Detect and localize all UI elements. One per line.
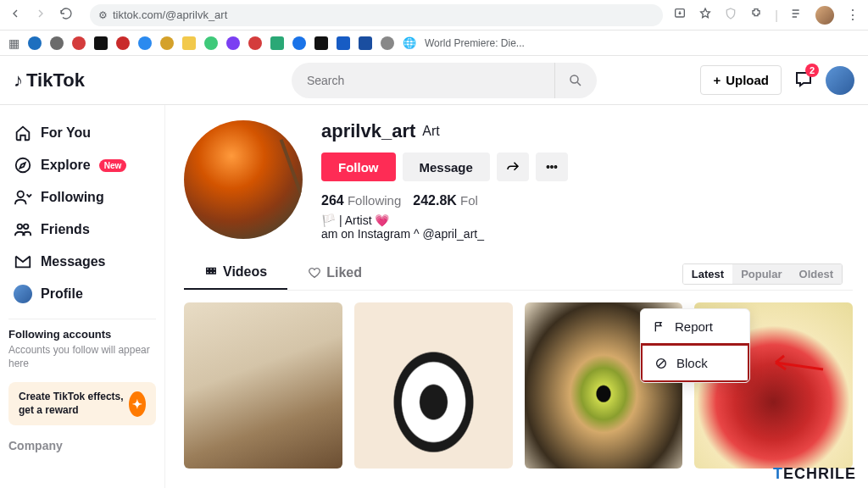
new-badge: New: [99, 159, 127, 172]
site-settings-icon[interactable]: ⚙: [98, 9, 108, 21]
inbox-badge: 2: [805, 64, 819, 77]
svg-point-6: [547, 166, 548, 168]
effects-icon: ✦: [129, 391, 146, 417]
bookmark-icon[interactable]: [381, 36, 394, 50]
svg-point-8: [554, 166, 556, 168]
svg-point-7: [551, 166, 553, 168]
bookmark-icon[interactable]: [270, 36, 284, 50]
following-accounts-title: Following accounts: [8, 328, 156, 341]
sort-popular[interactable]: Popular: [732, 264, 790, 284]
bookmark-icon[interactable]: [72, 36, 86, 50]
sort-oldest[interactable]: Oldest: [791, 264, 842, 284]
upload-button[interactable]: + Upload: [700, 65, 782, 95]
sidebar-item-profile[interactable]: Profile: [8, 278, 156, 310]
follow-button[interactable]: Follow: [321, 152, 396, 181]
profile-picture[interactable]: [184, 120, 303, 239]
sort-control: Latest Popular Oldest: [682, 263, 843, 285]
bookmark-icon[interactable]: [314, 36, 328, 50]
bookmark-icon[interactable]: [94, 36, 108, 50]
globe-icon: 🌐: [403, 36, 416, 49]
svg-point-5: [24, 225, 28, 230]
search-icon[interactable]: [554, 63, 597, 98]
company-link[interactable]: Company: [8, 439, 156, 452]
bookmark-icon[interactable]: [138, 36, 152, 50]
svg-point-2: [16, 158, 31, 173]
reload-icon[interactable]: [59, 7, 73, 23]
annotation-arrow: [765, 344, 825, 380]
tiktok-logo[interactable]: ♪ TikTok: [14, 69, 85, 92]
url-text: tiktok.com/@aprilvk_art: [113, 8, 227, 21]
sort-latest[interactable]: Latest: [683, 264, 732, 284]
extensions-icon[interactable]: [749, 7, 763, 23]
tabs: Videos Liked Latest Popular Oldest: [184, 256, 853, 291]
plus-icon: +: [713, 73, 721, 87]
tab-liked[interactable]: Liked: [287, 257, 382, 289]
bookmark-icon[interactable]: [28, 36, 42, 50]
shield-icon[interactable]: [724, 7, 737, 23]
browser-profile-avatar[interactable]: [815, 6, 834, 25]
install-icon[interactable]: [673, 7, 687, 23]
watermark: TECHRILE: [773, 465, 856, 483]
bookmark-icon[interactable]: [160, 36, 174, 50]
video-thumbnail[interactable]: [354, 302, 513, 469]
followers-count[interactable]: 242.8K: [413, 193, 457, 208]
bookmark-icon[interactable]: [116, 36, 130, 50]
bookmark-star-icon[interactable]: [698, 7, 712, 23]
back-icon[interactable]: [8, 7, 22, 23]
search-input[interactable]: Search: [292, 63, 597, 98]
video-grid: [184, 302, 853, 469]
bookmark-icon[interactable]: [337, 36, 350, 50]
svg-point-4: [18, 225, 22, 230]
apps-icon[interactable]: ▦: [8, 36, 19, 50]
svg-point-1: [570, 75, 578, 83]
bookmark-icon[interactable]: [359, 36, 372, 50]
display-name: Art: [422, 124, 439, 139]
svg-point-3: [18, 191, 24, 197]
more-dropdown: Report Block: [640, 308, 750, 383]
bookmark-label[interactable]: World Premiere: Die...: [425, 37, 525, 49]
following-count[interactable]: 264: [321, 193, 344, 208]
reading-list-icon[interactable]: [790, 7, 804, 23]
sidebar-item-messages[interactable]: Messages: [8, 246, 156, 278]
tab-videos[interactable]: Videos: [184, 256, 287, 290]
effects-card[interactable]: Create TikTok effects, get a reward ✦: [8, 382, 156, 425]
dropdown-report[interactable]: Report: [641, 309, 749, 344]
forward-icon[interactable]: [34, 7, 47, 23]
following-accounts-text: Accounts you follow will appear here: [8, 344, 156, 370]
sidebar-item-explore[interactable]: Explore New: [8, 149, 156, 181]
dropdown-block[interactable]: Block: [640, 343, 750, 383]
search-placeholder: Search: [307, 74, 581, 87]
bio: 🏳️ | Artist 💗 am on Instagram ^ @april_a…: [321, 214, 568, 241]
video-thumbnail[interactable]: [184, 302, 342, 469]
inbox-button[interactable]: 2: [793, 69, 814, 92]
chrome-menu-icon[interactable]: ⋮: [846, 7, 860, 23]
profile-avatar-icon: [14, 285, 32, 303]
sidebar-item-for-you[interactable]: For You: [8, 117, 156, 149]
more-button[interactable]: [536, 152, 568, 181]
site-header: ♪ TikTok Search + Upload 2: [0, 56, 868, 105]
username: aprilvk_art: [321, 120, 415, 142]
user-avatar[interactable]: [826, 66, 854, 95]
bookmark-icon[interactable]: [50, 36, 64, 50]
sidebar-item-following[interactable]: Following: [8, 181, 156, 214]
music-note-icon: ♪: [14, 69, 23, 92]
share-button[interactable]: [497, 152, 529, 181]
bookmark-icon[interactable]: [182, 36, 196, 50]
sidebar: For You Explore New Following Friends Me…: [0, 105, 165, 488]
profile-content: aprilvk_art Art Follow Message 264 Follo…: [165, 105, 868, 488]
bookmark-icon[interactable]: [226, 36, 240, 50]
browser-toolbar: ⚙ tiktok.com/@aprilvk_art | ⋮: [0, 0, 868, 30]
bookmarks-bar: ▦ 🌐 World Premiere: Die...: [0, 30, 868, 56]
bookmark-icon[interactable]: [204, 36, 218, 50]
bookmark-icon[interactable]: [292, 36, 306, 50]
message-button[interactable]: Message: [403, 152, 490, 181]
bookmark-icon[interactable]: [248, 36, 262, 50]
sidebar-item-friends[interactable]: Friends: [8, 214, 156, 246]
url-bar[interactable]: ⚙ tiktok.com/@aprilvk_art: [90, 4, 663, 26]
